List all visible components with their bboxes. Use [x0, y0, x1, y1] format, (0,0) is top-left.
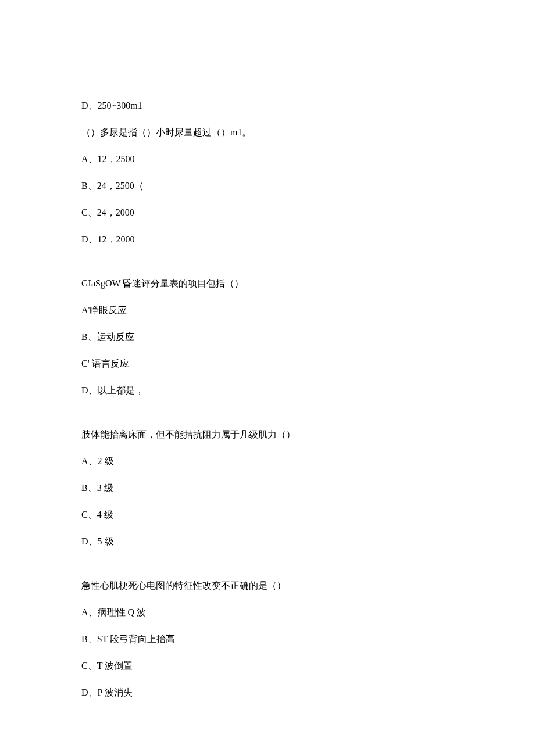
- block-gap: [81, 259, 454, 277]
- option-text: D、250~300m1: [81, 99, 454, 113]
- option-text: A、12，2500: [81, 152, 454, 166]
- option-text: A、病理性 Q 波: [81, 605, 454, 619]
- block-gap: [81, 561, 454, 579]
- option-text: B、3 级: [81, 481, 454, 495]
- question-stem: （）多尿是指（）小时尿量超过（）m1。: [81, 126, 454, 139]
- option-text: D、5 级: [81, 535, 454, 549]
- option-text: B、ST 段弓背向上抬高: [81, 632, 454, 646]
- document-page: D、250~300m1 （）多尿是指（）小时尿量超过（）m1。 A、12，250…: [0, 0, 535, 756]
- option-text: D、12，2000: [81, 232, 454, 246]
- question-stem: 急性心肌梗死心电图的特征性改变不正确的是（）: [81, 579, 454, 593]
- option-text: C、24，2000: [81, 206, 454, 220]
- option-text: D、以上都是，: [81, 384, 454, 397]
- option-text: A、2 级: [81, 454, 454, 468]
- block-gap: [81, 410, 454, 428]
- option-text: A'睁眼反应: [81, 303, 454, 317]
- option-text: C、4 级: [81, 508, 454, 522]
- option-text: C' 语言反应: [81, 357, 454, 371]
- option-text: B、24，2500（: [81, 179, 454, 193]
- option-text: D、P 波消失: [81, 686, 454, 700]
- question-stem: GIaSgOW 昏迷评分量表的项目包括（）: [81, 277, 454, 291]
- question-stem: 肢体能抬离床面，但不能拮抗阻力属于几级肌力（）: [81, 428, 454, 442]
- option-text: B、运动反应: [81, 330, 454, 344]
- option-text: C、T 波倒置: [81, 659, 454, 673]
